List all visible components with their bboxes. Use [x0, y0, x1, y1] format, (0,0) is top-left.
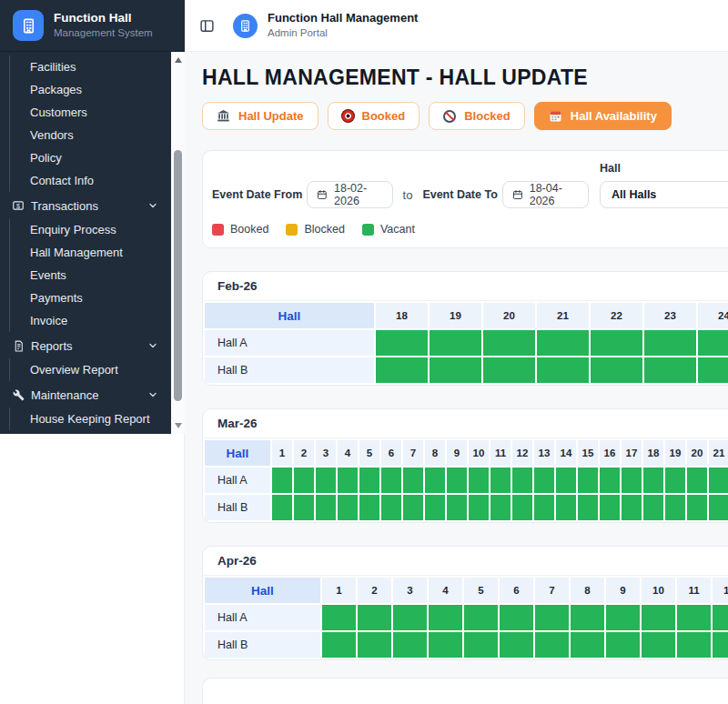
day-header: 24	[698, 303, 728, 328]
sidebar-item-enquiry-process[interactable]: Enquiry Process	[0, 218, 171, 241]
date-from-input[interactable]: 18-02-2026	[307, 181, 392, 208]
day-header: 21	[709, 440, 728, 466]
vacant-cell	[490, 468, 511, 493]
chevron-down-icon	[147, 200, 158, 211]
vacant-cell	[430, 330, 481, 356]
vacant-cell	[713, 632, 728, 658]
day-header: 11	[490, 440, 511, 466]
vacant-cell	[322, 632, 356, 658]
tab-hall-update[interactable]: Hall Update	[202, 102, 318, 130]
sidebar-toggle-icon[interactable]	[198, 17, 215, 34]
sidebar-item-payments[interactable]: Payments	[0, 287, 171, 309]
sidebar-header: Function Hall Management System	[0, 0, 185, 52]
vacant-cell	[606, 605, 640, 630]
sidebar-item-label: Hall Management	[30, 246, 123, 259]
sidebar-item-reports[interactable]: Reports	[0, 333, 171, 358]
hall-label: Hall	[600, 162, 728, 175]
tab-bar: Hall UpdateBookedBlockedHall Availabilit…	[202, 102, 728, 130]
sidebar-item-events[interactable]: Events	[0, 264, 171, 287]
sidebar-scrollbar[interactable]	[171, 52, 185, 434]
sidebar-item-label: Invoice	[30, 314, 67, 327]
day-header: 2	[358, 578, 391, 603]
sidebar-item-packages[interactable]: Packages	[0, 78, 171, 101]
vacant-cell	[709, 495, 728, 520]
tab-blocked[interactable]: Blocked	[429, 102, 525, 130]
vacant-cell	[665, 495, 685, 520]
day-header: 19	[665, 440, 685, 466]
hall-name-cell: Hall B	[205, 632, 320, 658]
chevron-down-icon	[147, 389, 158, 400]
day-header: 4	[338, 440, 358, 466]
day-header: 23	[644, 303, 696, 328]
sidebar-item-contact-info[interactable]: Contact Info	[0, 169, 171, 192]
day-header: 3	[393, 578, 427, 603]
sidebar: Function Hall Management System Faciliti…	[0, 0, 185, 434]
scrollbar-thumb[interactable]	[174, 150, 182, 401]
legend-label: Booked	[230, 223, 268, 236]
vacant-cell	[556, 495, 576, 520]
hall-column-header: Hall	[205, 440, 270, 466]
availability-table: Hall18192021222324Hall AHall B	[203, 301, 728, 385]
hall-select[interactable]: All Halls ‹	[600, 181, 728, 208]
hall-name-cell: Hall B	[205, 495, 270, 520]
vacant-cell	[381, 468, 401, 493]
sidebar-item-facilities[interactable]: Facilities	[0, 55, 171, 78]
day-header: 6	[381, 440, 401, 466]
day-header: 20	[687, 440, 707, 466]
vacant-cell	[600, 495, 620, 520]
day-header: 5	[464, 578, 498, 603]
sidebar-item-house-keeping-report[interactable]: House Keeping Report	[0, 407, 171, 430]
vacant-cell	[376, 357, 428, 383]
tab-booked[interactable]: Booked	[328, 102, 420, 130]
vacant-cell	[316, 495, 336, 520]
month-label: Mar-26	[203, 409, 728, 438]
day-header: 9	[447, 440, 467, 466]
sidebar-item-maintenance[interactable]: Maintenance	[0, 382, 171, 407]
day-header: 22	[591, 303, 642, 328]
sidebar-item-vendors[interactable]: Vendors	[0, 124, 171, 146]
vacant-cell	[537, 357, 589, 383]
vacant-cell	[429, 605, 462, 630]
vacant-cell	[483, 357, 535, 383]
vacant-cell	[425, 468, 445, 493]
months: Feb-26Hall18192021222324Hall AHall BMar-…	[202, 271, 728, 660]
tab-hall-availability[interactable]: Hall Availability	[534, 102, 672, 130]
chevron-down-icon	[147, 340, 158, 351]
vacant-cell	[534, 495, 554, 520]
vacant-cell	[556, 468, 576, 493]
vacant-cell	[294, 495, 314, 520]
sidebar-item-transactions[interactable]: $Transactions	[0, 193, 171, 218]
legend-swatch	[286, 224, 298, 236]
month-label: Feb-26	[203, 272, 728, 301]
hall-select-value: All Halls	[612, 188, 656, 201]
date-to-label: Event Date To	[422, 188, 497, 201]
sidebar-item-hall-management[interactable]: Hall Management	[0, 241, 171, 264]
hall-column-header: Hall	[205, 303, 374, 328]
sidebar-item-label: Customers	[30, 106, 87, 119]
vacant-cell	[600, 468, 620, 493]
sidebar-item-label: Overview Report	[30, 363, 118, 377]
record-icon	[342, 110, 354, 122]
date-to-value: 18-04-2026	[530, 182, 579, 207]
legend-blocked: Blocked	[286, 223, 344, 236]
day-header: 1	[272, 440, 292, 466]
vacant-cell	[591, 357, 642, 383]
vacant-cell	[272, 468, 292, 493]
sidebar-item-label: Policy	[30, 151, 62, 165]
filter-card: Event Date From 18-02-2026 to Event Date…	[202, 150, 728, 248]
header-subtitle: Admin Portal	[268, 26, 418, 40]
day-header: 19	[430, 303, 481, 328]
date-to-input[interactable]: 18-04-2026	[502, 181, 589, 208]
sidebar-item-overview-report[interactable]: Overview Report	[0, 358, 171, 381]
sidebar-subtitle: Management System	[54, 26, 153, 39]
vacant-cell	[359, 495, 379, 520]
day-header: 12	[512, 440, 532, 466]
sidebar-item-policy[interactable]: Policy	[0, 146, 171, 169]
sidebar-item-invoice[interactable]: Invoice	[0, 309, 171, 332]
scroll-down-icon[interactable]	[171, 419, 185, 432]
dollar-icon: $	[12, 199, 25, 212]
day-header: 18	[643, 440, 663, 466]
sidebar-item-customers[interactable]: Customers	[0, 101, 171, 124]
scroll-up-icon[interactable]	[171, 54, 185, 66]
bank-icon	[217, 109, 230, 123]
